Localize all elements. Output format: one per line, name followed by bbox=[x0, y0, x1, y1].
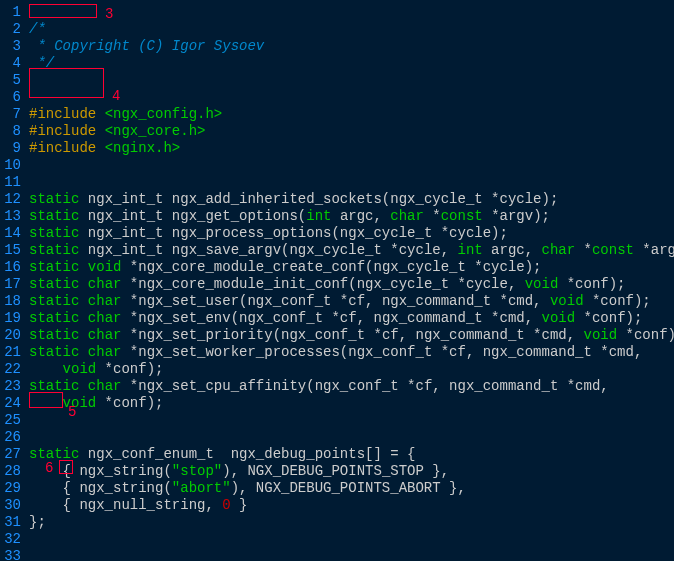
code-line[interactable]: 12static ngx_int_t ngx_add_inherited_soc… bbox=[0, 191, 674, 208]
line-code[interactable] bbox=[25, 174, 29, 191]
line-number: 29 bbox=[0, 480, 25, 497]
code-line[interactable]: 13static ngx_int_t ngx_get_options(int a… bbox=[0, 208, 674, 225]
code-token: static bbox=[29, 293, 79, 309]
code-token: *ngx_set_worker_processes(ngx_conf_t *cf… bbox=[121, 344, 642, 360]
code-token: *ngx_set_cpu_affinity(ngx_conf_t *cf, ng… bbox=[121, 378, 608, 394]
line-code[interactable]: static ngx_int_t ngx_process_options(ngx… bbox=[25, 225, 508, 242]
code-token: static bbox=[29, 276, 79, 292]
code-line[interactable]: 33 bbox=[0, 548, 674, 561]
line-code[interactable] bbox=[25, 548, 29, 561]
code-token bbox=[29, 395, 63, 411]
line-code[interactable]: }; bbox=[25, 514, 46, 531]
line-code[interactable]: #include <nginx.h> bbox=[25, 140, 180, 157]
code-line[interactable]: 10 bbox=[0, 157, 674, 174]
code-line[interactable]: 21static char *ngx_set_worker_processes(… bbox=[0, 344, 674, 361]
line-code[interactable]: #include <ngx_config.h> bbox=[25, 106, 222, 123]
code-token: *ngx_set_env(ngx_conf_t *cf, ngx_command… bbox=[121, 310, 541, 326]
code-line[interactable]: 24 void *conf); bbox=[0, 395, 674, 412]
code-editor[interactable]: 12/*3 * Copyright (C) Igor Sysoev4 */567… bbox=[0, 0, 674, 561]
code-token: * bbox=[575, 242, 592, 258]
line-number: 30 bbox=[0, 497, 25, 514]
code-token: static bbox=[29, 378, 79, 394]
line-code[interactable]: static ngx_int_t ngx_add_inherited_socke… bbox=[25, 191, 558, 208]
line-number: 10 bbox=[0, 157, 25, 174]
line-code[interactable]: /* bbox=[25, 21, 46, 38]
code-line[interactable]: 29 { ngx_string("abort"), NGX_DEBUG_POIN… bbox=[0, 480, 674, 497]
code-line[interactable]: 18static char *ngx_set_user(ngx_conf_t *… bbox=[0, 293, 674, 310]
line-code[interactable] bbox=[25, 4, 29, 21]
code-line[interactable]: 28 { ngx_string("stop"), NGX_DEBUG_POINT… bbox=[0, 463, 674, 480]
line-code[interactable] bbox=[25, 89, 29, 106]
line-code[interactable]: { ngx_string("stop"), NGX_DEBUG_POINTS_S… bbox=[25, 463, 449, 480]
code-line[interactable]: 19static char *ngx_set_env(ngx_conf_t *c… bbox=[0, 310, 674, 327]
line-code[interactable]: { ngx_string("abort"), NGX_DEBUG_POINTS_… bbox=[25, 480, 466, 497]
code-line[interactable]: 20static char *ngx_set_priority(ngx_conf… bbox=[0, 327, 674, 344]
code-line[interactable]: 31}; bbox=[0, 514, 674, 531]
line-code[interactable]: static char *ngx_core_module_init_conf(n… bbox=[25, 276, 626, 293]
line-code[interactable]: static char *ngx_set_priority(ngx_conf_t… bbox=[25, 327, 674, 344]
code-line[interactable]: 5 bbox=[0, 72, 674, 89]
line-code[interactable]: static ngx_int_t ngx_get_options(int arg… bbox=[25, 208, 550, 225]
line-code[interactable]: static char *ngx_set_env(ngx_conf_t *cf,… bbox=[25, 310, 642, 327]
code-token: }; bbox=[29, 514, 46, 530]
code-line[interactable]: 6 bbox=[0, 89, 674, 106]
code-token: char bbox=[390, 208, 424, 224]
code-line[interactable]: 2/* bbox=[0, 21, 674, 38]
code-line[interactable]: 14static ngx_int_t ngx_process_options(n… bbox=[0, 225, 674, 242]
line-code[interactable]: */ bbox=[25, 55, 54, 72]
code-token: ngx_int_t ngx_add_inherited_sockets(ngx_… bbox=[79, 191, 558, 207]
code-line[interactable]: 27static ngx_conf_enum_t ngx_debug_point… bbox=[0, 446, 674, 463]
code-line[interactable]: 32 bbox=[0, 531, 674, 548]
code-token bbox=[79, 327, 87, 343]
code-token: char bbox=[88, 310, 122, 326]
code-token: #include bbox=[29, 123, 105, 139]
code-line[interactable]: 16static void *ngx_core_module_create_co… bbox=[0, 259, 674, 276]
code-line[interactable]: 17static char *ngx_core_module_init_conf… bbox=[0, 276, 674, 293]
line-code[interactable]: * Copyright (C) Igor Sysoev bbox=[25, 38, 264, 55]
line-code[interactable]: void *conf); bbox=[25, 395, 163, 412]
line-number: 7 bbox=[0, 106, 25, 123]
line-code[interactable]: static char *ngx_set_cpu_affinity(ngx_co… bbox=[25, 378, 609, 395]
line-code[interactable]: static void *ngx_core_module_create_conf… bbox=[25, 259, 542, 276]
line-code[interactable]: static ngx_int_t ngx_save_argv(ngx_cycle… bbox=[25, 242, 674, 259]
code-line[interactable]: 15static ngx_int_t ngx_save_argv(ngx_cyc… bbox=[0, 242, 674, 259]
line-number: 19 bbox=[0, 310, 25, 327]
line-code[interactable]: { ngx_null_string, 0 } bbox=[25, 497, 247, 514]
code-line[interactable]: 25 bbox=[0, 412, 674, 429]
line-number: 1 bbox=[0, 4, 25, 21]
code-line[interactable]: 9#include <nginx.h> bbox=[0, 140, 674, 157]
code-line[interactable]: 30 { ngx_null_string, 0 } bbox=[0, 497, 674, 514]
line-number: 31 bbox=[0, 514, 25, 531]
line-code[interactable]: static ngx_conf_enum_t ngx_debug_points[… bbox=[25, 446, 415, 463]
line-code[interactable] bbox=[25, 531, 29, 548]
line-code[interactable] bbox=[25, 429, 29, 446]
code-token: *ngx_set_user(ngx_conf_t *cf, ngx_comman… bbox=[121, 293, 549, 309]
code-line[interactable]: 4 */ bbox=[0, 55, 674, 72]
code-token: void bbox=[63, 395, 97, 411]
line-code[interactable] bbox=[25, 412, 29, 429]
line-code[interactable]: static char *ngx_set_user(ngx_conf_t *cf… bbox=[25, 293, 651, 310]
line-code[interactable]: #include <ngx_core.h> bbox=[25, 123, 205, 140]
code-line[interactable]: 1 bbox=[0, 4, 674, 21]
code-token: static bbox=[29, 208, 79, 224]
code-token: static bbox=[29, 327, 79, 343]
code-line[interactable]: 22 void *conf); bbox=[0, 361, 674, 378]
code-line[interactable]: 7#include <ngx_config.h> bbox=[0, 106, 674, 123]
line-code[interactable] bbox=[25, 72, 29, 89]
line-code[interactable]: static char *ngx_set_worker_processes(ng… bbox=[25, 344, 642, 361]
code-line[interactable]: 26 bbox=[0, 429, 674, 446]
line-number: 8 bbox=[0, 123, 25, 140]
code-token: */ bbox=[29, 55, 54, 71]
code-token: <ngx_core.h> bbox=[105, 123, 206, 139]
code-line[interactable]: 11 bbox=[0, 174, 674, 191]
line-number: 18 bbox=[0, 293, 25, 310]
code-token: ), NGX_DEBUG_POINTS_STOP }, bbox=[222, 463, 449, 479]
line-number: 3 bbox=[0, 38, 25, 55]
code-token: void bbox=[584, 327, 618, 343]
code-line[interactable]: 3 * Copyright (C) Igor Sysoev bbox=[0, 38, 674, 55]
line-code[interactable] bbox=[25, 157, 29, 174]
code-line[interactable]: 8#include <ngx_core.h> bbox=[0, 123, 674, 140]
line-code[interactable]: void *conf); bbox=[25, 361, 163, 378]
code-token bbox=[29, 361, 63, 377]
code-line[interactable]: 23static char *ngx_set_cpu_affinity(ngx_… bbox=[0, 378, 674, 395]
